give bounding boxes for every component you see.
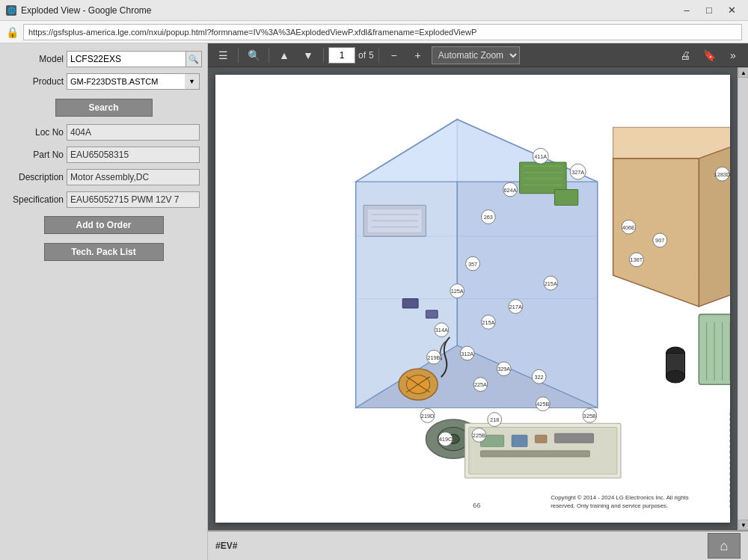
tech-pack-list-button[interactable]: Tech. Pack List: [44, 243, 164, 261]
svg-rect-31: [402, 299, 418, 309]
pdf-search-button[interactable]: 🔍: [243, 46, 264, 65]
home-button[interactable]: ⌂: [708, 533, 741, 559]
window-title: Exploded View - Google Chrome: [21, 5, 152, 16]
svg-text:125A: 125A: [451, 288, 464, 295]
svg-text:66: 66: [473, 502, 480, 509]
address-bar: 🔒: [0, 21, 748, 43]
add-to-order-button[interactable]: Add to Order: [44, 216, 164, 234]
svg-text:357: 357: [468, 261, 477, 268]
pdf-content-area: 411A 327A 624A 263 406E 907: [208, 67, 748, 530]
left-panel: Model 🔍 Product GM-F223DSTB.ASTCM ▼ Sear…: [0, 43, 208, 560]
toolbar-separator-4: [378, 48, 379, 63]
zoom-out-button[interactable]: −: [384, 46, 405, 65]
specification-label: Specification: [7, 194, 64, 205]
toolbar-separator-3: [323, 48, 324, 63]
svg-text:406E: 406E: [622, 224, 635, 231]
svg-text:219D: 219D: [421, 413, 434, 419]
close-button[interactable]: ✕: [721, 2, 742, 19]
page-total: 5: [369, 50, 374, 61]
model-search-icon-button[interactable]: 🔍: [186, 51, 202, 67]
loc-no-label: Loc No: [7, 127, 64, 138]
toolbar-separator-2: [269, 48, 269, 63]
part-no-row: Part No EAU65058315: [7, 147, 200, 163]
bookmark-button[interactable]: 🔖: [699, 46, 720, 65]
exploded-diagram: 411A 327A 624A 263 406E 907: [215, 75, 730, 523]
model-label: Model: [7, 54, 64, 64]
pdf-page-container: 411A 327A 624A 263 406E 907: [208, 67, 738, 530]
main-content: Model 🔍 Product GM-F223DSTB.ASTCM ▼ Sear…: [0, 43, 748, 560]
svg-text:136T: 136T: [631, 257, 643, 264]
svg-text:314A: 314A: [435, 327, 448, 333]
zoom-select[interactable]: Automatic Zoom 50% 75% 100% 125% 150% 20…: [432, 46, 520, 64]
next-page-button[interactable]: ▼: [298, 46, 319, 65]
bottom-bar: #EV# ⌂: [208, 530, 748, 560]
svg-text:217A: 217A: [509, 304, 522, 310]
model-input[interactable]: [67, 51, 186, 67]
description-value: Motor Assembly,DC: [67, 169, 200, 185]
prev-page-button[interactable]: ▲: [274, 46, 295, 65]
svg-text:218: 218: [490, 416, 499, 423]
nav-icon: 🔒: [6, 26, 19, 38]
svg-rect-24: [535, 435, 547, 443]
more-options-button[interactable]: »: [723, 46, 744, 65]
svg-rect-23: [512, 435, 527, 447]
url-input[interactable]: [23, 24, 742, 40]
pdf-toolbar-right: 🖨 🔖 »: [675, 46, 744, 65]
ev-label: #EV#: [215, 541, 237, 551]
svg-text:624A: 624A: [504, 187, 517, 194]
description-label: Description: [7, 172, 64, 182]
svg-text:225B: 225B: [473, 432, 485, 439]
svg-text:425B: 425B: [536, 401, 549, 407]
search-button[interactable]: Search: [55, 99, 153, 117]
pdf-viewer: ☰ 🔍 ▲ ▼ of 5 − + Automatic Zoom 50%: [208, 43, 748, 560]
minimize-button[interactable]: –: [676, 2, 697, 19]
pdf-toolbar: ☰ 🔍 ▲ ▼ of 5 − + Automatic Zoom 50%: [208, 43, 748, 67]
svg-text:263: 263: [484, 214, 493, 221]
scrollbar[interactable]: ▲ ▼: [738, 67, 748, 530]
svg-text:225A: 225A: [474, 381, 487, 388]
home-icon: ⌂: [720, 538, 729, 554]
print-button[interactable]: 🖨: [675, 46, 696, 65]
model-row: Model 🔍: [7, 51, 200, 67]
specification-row: Specification EAU65052715 PWM 12V 7: [7, 191, 200, 208]
scroll-down-button[interactable]: ▼: [738, 520, 748, 530]
svg-text:Copyright © 2014 - 2024 LG Ele: Copyright © 2014 - 2024 LG Electronics I…: [551, 494, 688, 501]
pdf-page: 411A 327A 624A 263 406E 907: [215, 75, 730, 523]
page-of-text: of: [358, 50, 366, 61]
model-input-group: 🔍: [67, 51, 202, 67]
svg-rect-32: [426, 310, 438, 318]
window-controls: – □ ✕: [676, 2, 742, 19]
svg-text:907: 907: [655, 237, 664, 244]
sidebar-toggle-button[interactable]: ☰: [212, 46, 233, 65]
svg-rect-16: [554, 190, 577, 206]
svg-marker-8: [613, 127, 730, 159]
title-bar: 🌐 Exploded View - Google Chrome – □ ✕: [0, 0, 748, 21]
zoom-in-button[interactable]: +: [408, 46, 429, 65]
svg-text:reserved. Only training and se: reserved. Only training and service purp…: [551, 502, 668, 509]
scroll-track: [738, 78, 748, 520]
toolbar-separator-1: [238, 48, 239, 63]
page-number-input[interactable]: [328, 47, 355, 64]
description-row: Description Motor Assembly,DC: [7, 169, 200, 185]
svg-point-35: [666, 370, 685, 383]
svg-text:411A: 411A: [534, 153, 547, 160]
product-row: Product GM-F223DSTB.ASTCM ▼: [7, 73, 200, 90]
svg-text:215A: 215A: [545, 280, 557, 287]
app-icon: 🌐: [6, 5, 16, 16]
svg-text:219B: 219B: [427, 354, 440, 361]
page-number-container: of 5: [328, 47, 374, 64]
maximize-button[interactable]: □: [699, 2, 720, 19]
svg-rect-26: [480, 451, 589, 457]
part-no-value: EAU65058315: [67, 147, 200, 163]
svg-text:215A: 215A: [482, 319, 494, 326]
svg-text:327A: 327A: [571, 169, 584, 176]
product-dropdown-wrapper: GM-F223DSTB.ASTCM ▼: [67, 73, 200, 90]
scroll-up-button[interactable]: ▲: [738, 67, 748, 78]
product-select[interactable]: GM-F223DSTB.ASTCM: [67, 73, 200, 90]
specification-value: EAU65052715 PWM 12V 7: [67, 191, 200, 208]
svg-text:329A: 329A: [497, 366, 510, 372]
svg-text:325B: 325B: [583, 413, 596, 419]
loc-no-row: Loc No 404A: [7, 124, 200, 141]
product-label: Product: [7, 76, 64, 87]
part-no-label: Part No: [7, 150, 64, 160]
